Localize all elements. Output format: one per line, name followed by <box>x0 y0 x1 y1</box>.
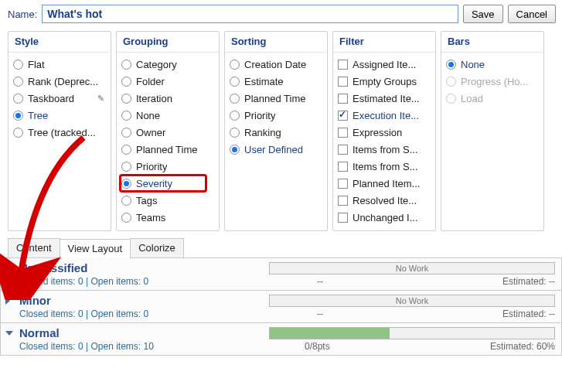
group-points: 0/8pts <box>305 341 459 352</box>
radio-icon <box>121 213 131 223</box>
option-planned-time[interactable]: Planned Time <box>230 90 324 107</box>
col-sorting-title: Sorting <box>225 32 327 53</box>
option-user-defined[interactable]: User Defined <box>230 141 324 158</box>
option-tags[interactable]: Tags <box>121 192 216 209</box>
option-label: Teams <box>136 212 165 223</box>
radio-icon <box>13 128 23 138</box>
group-minor[interactable]: MinorNo WorkClosed items: 0 | Open items… <box>0 291 562 323</box>
option-taskboard[interactable]: Taskboard✎ <box>13 90 107 107</box>
progress-text: No Work <box>396 264 429 273</box>
filter-items-from-s[interactable]: Items from S... <box>338 158 432 175</box>
pencil-icon: ✎ <box>97 94 104 104</box>
col-grouping: Grouping CategoryFolderIterationNoneOwne… <box>116 31 220 231</box>
option-progress-ho: Progress (Ho... <box>446 73 540 90</box>
group-estimated: Estimated: -- <box>502 308 555 319</box>
radio-icon <box>121 60 131 70</box>
col-bars: Bars NoneProgress (Ho...Load <box>441 31 544 231</box>
option-estimate[interactable]: Estimate <box>230 73 324 90</box>
option-label: Iteration <box>136 93 172 104</box>
option-label: Items from S... <box>353 144 418 155</box>
group-title: Minor <box>19 294 51 307</box>
filter-items-from-s[interactable]: Items from S... <box>338 141 432 158</box>
tab-content[interactable]: Content <box>8 238 60 257</box>
tab-colorize[interactable]: Colorize <box>130 238 184 257</box>
group-counts: Closed items: 0 | Open items: 0 <box>19 276 148 287</box>
option-label: Taskboard <box>28 93 74 104</box>
col-style-title: Style <box>9 32 111 53</box>
option-label: Progress (Ho... <box>461 76 528 87</box>
radio-icon <box>121 111 131 121</box>
option-tree-tracked[interactable]: Tree (tracked... <box>13 124 107 141</box>
radio-icon <box>121 77 131 87</box>
radio-icon <box>446 60 456 70</box>
filter-expression[interactable]: Expression <box>338 124 432 141</box>
radio-icon <box>13 94 23 104</box>
option-priority[interactable]: Priority <box>230 107 324 124</box>
option-label: Owner <box>136 127 165 138</box>
option-flat[interactable]: Flat <box>13 56 107 73</box>
save-button[interactable]: Save <box>463 5 503 23</box>
group-title: Normal <box>19 326 60 339</box>
option-label: None <box>461 59 485 70</box>
option-planned-time[interactable]: Planned Time <box>121 141 216 158</box>
radio-icon <box>121 128 131 138</box>
col-filter: Filter Assigned Ite...Empty GroupsEstima… <box>332 31 436 231</box>
option-none[interactable]: None <box>446 56 540 73</box>
option-label: Tree (tracked... <box>28 127 96 138</box>
option-category[interactable]: Category <box>121 56 216 73</box>
filter-unchanged-i[interactable]: Unchanged I... <box>338 209 432 226</box>
group-counts: Closed items: 0 | Open items: 0 <box>19 308 148 319</box>
group-normal[interactable]: NormalClosed items: 0 | Open items: 100/… <box>0 323 562 356</box>
radio-icon <box>230 77 240 87</box>
option-label: Empty Groups <box>353 76 417 87</box>
radio-icon <box>230 94 240 104</box>
option-label: Creation Date <box>244 59 306 70</box>
option-rank-deprec[interactable]: Rank (Deprec... <box>13 73 107 90</box>
option-none[interactable]: None <box>121 107 216 124</box>
option-teams[interactable]: Teams <box>121 209 216 226</box>
chevron-icon <box>5 331 13 336</box>
option-tree[interactable]: Tree <box>13 107 107 124</box>
option-label: Priority <box>244 110 275 121</box>
group-points: -- <box>317 276 472 287</box>
col-filter-title: Filter <box>333 32 435 53</box>
option-label: Ranking <box>244 127 281 138</box>
chevron-icon <box>5 264 10 272</box>
tab-view-layout[interactable]: View Layout <box>60 239 131 258</box>
group-unclassified[interactable]: UnclassifiedNo WorkClosed items: 0 | Ope… <box>0 258 562 291</box>
highlight-severity <box>119 174 207 193</box>
radio-icon <box>13 111 23 121</box>
cancel-button[interactable]: Cancel <box>508 5 556 23</box>
option-owner[interactable]: Owner <box>121 124 216 141</box>
checkbox-icon <box>338 179 348 189</box>
option-label: User Defined <box>244 144 303 155</box>
filter-execution-ite[interactable]: Execution Ite... <box>338 107 432 124</box>
name-input[interactable] <box>42 5 458 23</box>
radio-icon <box>446 94 456 104</box>
option-label: Rank (Deprec... <box>28 76 98 87</box>
filter-assigned-ite[interactable]: Assigned Ite... <box>338 56 432 73</box>
checkbox-icon <box>338 162 348 172</box>
radio-icon <box>121 196 131 206</box>
col-style: Style FlatRank (Deprec...Taskboard✎TreeT… <box>8 31 111 231</box>
radio-icon <box>121 94 131 104</box>
filter-planned-item[interactable]: Planned Item... <box>338 175 432 192</box>
checkbox-icon <box>338 145 348 155</box>
radio-icon <box>230 111 240 121</box>
option-label: Planned Item... <box>353 178 420 189</box>
radio-icon <box>121 162 131 172</box>
option-iteration[interactable]: Iteration <box>121 90 216 107</box>
filter-estimated-ite[interactable]: Estimated Ite... <box>338 90 432 107</box>
option-label: None <box>136 110 160 121</box>
option-priority[interactable]: Priority <box>121 158 216 175</box>
option-label: Resolved Ite... <box>353 195 417 206</box>
name-label: Name: <box>8 9 37 20</box>
option-ranking[interactable]: Ranking <box>230 124 324 141</box>
option-creation-date[interactable]: Creation Date <box>230 56 324 73</box>
filter-empty-groups[interactable]: Empty Groups <box>338 73 432 90</box>
option-folder[interactable]: Folder <box>121 73 216 90</box>
col-sorting: Sorting Creation DateEstimatePlanned Tim… <box>224 31 328 231</box>
filter-resolved-ite[interactable]: Resolved Ite... <box>338 192 432 209</box>
checkbox-icon <box>338 60 348 70</box>
radio-icon <box>13 77 23 87</box>
